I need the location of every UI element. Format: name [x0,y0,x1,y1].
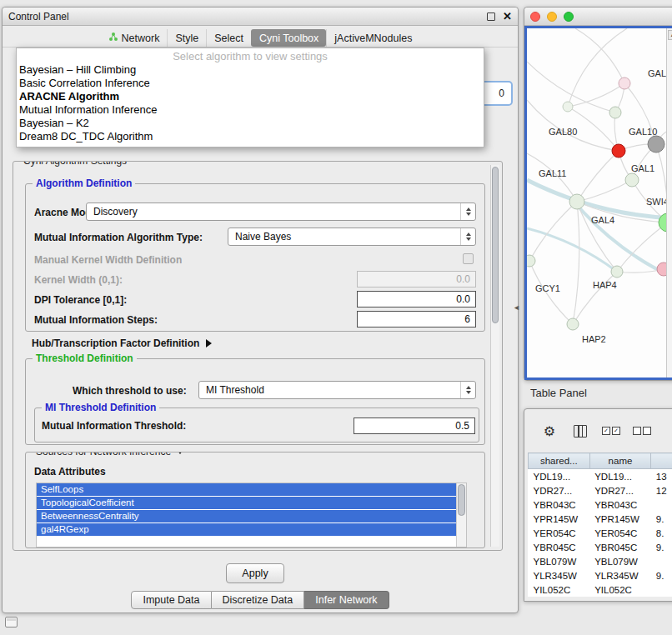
which-threshold-combo[interactable]: MI Threshold [198,381,476,399]
tab-cyni-toolbox[interactable]: Cyni Toolbox [251,29,326,47]
settings-gear-icon[interactable]: ⚙ [539,422,559,440]
network-edge[interactable] [577,151,619,202]
tab-network[interactable]: Network [101,29,168,47]
table-cell: YBR045C [529,540,590,554]
algorithm-option-aracne-algorithm[interactable]: ARACNE Algorithm [17,90,484,103]
network-node[interactable] [648,136,664,152]
network-node-label: HAP2 [582,334,606,344]
algorithm-option-basic-correlation-inference[interactable]: Basic Correlation Inference [17,77,484,90]
settings-scrollbar-track[interactable] [490,165,499,547]
table-row[interactable]: YDR27...YDR27...12 [529,483,672,498]
mi-type-combo[interactable]: Naive Bayes [228,228,476,246]
aracne-mode-value: Discovery [93,206,138,218]
network-edge[interactable] [577,180,632,202]
show-columns-icon[interactable] [570,422,590,440]
table-cell: YBL079W [589,554,651,568]
network-node[interactable] [625,173,639,187]
network-edge[interactable] [568,28,627,107]
unselect-columns-icon[interactable] [632,422,652,440]
dpi-tolerance-field[interactable]: 0.0 [357,291,476,308]
table-cell [651,554,672,568]
settings-gear-icon: ⚙ [544,423,555,439]
column-header-2[interactable] [651,453,672,469]
mi-threshold-group: MI Threshold Definition Mutual Informati… [34,408,479,442]
list-scrollbar-track[interactable] [456,483,466,547]
table-row[interactable]: YBR045CYBR045C9. [529,540,672,554]
table-cell: 9. [651,568,672,582]
table-cell: YLR345W [529,568,590,582]
tab-impute-data[interactable]: Impute Data [131,591,211,609]
table-row[interactable]: YBL079WYBL079W [529,554,672,568]
network-node[interactable] [611,266,623,278]
column-header-name[interactable]: name [589,453,651,469]
network-edge[interactable] [575,28,624,83]
table-cell: YDR27... [529,483,590,498]
settings-scrollbar-thumb[interactable] [492,167,499,323]
dock-panel-icon[interactable] [5,617,18,628]
scroll-up-arrow-icon[interactable]: ▲ [668,30,672,40]
attribute-item-selfloops[interactable]: SelfLoops [37,483,456,496]
sources-group-title[interactable]: Sources for Network Inference [33,452,188,458]
network-node[interactable] [612,144,625,158]
tab-style[interactable]: Style [167,29,206,47]
network-node[interactable] [567,318,579,330]
algorithm-option-mutual-information-inference[interactable]: Mutual Information Inference [17,103,484,117]
table-cell [651,498,672,512]
table-row[interactable]: YPR145WYPR145W9. [529,512,672,526]
network-edge[interactable] [568,83,624,107]
float-window-icon[interactable] [487,12,495,21]
network-edge[interactable] [573,202,579,324]
network-node[interactable] [609,107,621,118]
attribute-item-topologicalcoefficient[interactable]: TopologicalCoefficient [37,497,456,509]
list-scrollbar-thumb[interactable] [458,484,465,516]
network-node[interactable] [563,102,573,112]
network-graph: GALGAL80GAL10GAL11GAL1SWI4GAL4GCY1HAP4YH… [527,28,672,378]
table-cell: YDL19... [529,469,590,484]
close-window-icon[interactable]: ✕ [503,11,512,22]
network-node-label: GAL1 [631,163,654,173]
mac-zoom-button[interactable] [564,12,574,22]
algorithm-definition-group: Algorithm Definition Aracne Mode: Discov… [25,183,485,332]
table-row[interactable]: YLR345WYLR345W9. [529,568,672,582]
tab-select[interactable]: Select [206,29,251,47]
apply-button[interactable]: Apply [226,563,284,583]
network-window-titlebar[interactable] [524,8,672,26]
select-columns-icon[interactable]: ✓✓ [601,422,621,440]
tab-infer-network[interactable]: Infer Network [304,591,389,609]
mac-close-button[interactable] [530,12,540,22]
network-node[interactable] [569,194,584,209]
algorithm-option-dream8-dc-tdc-algorithm[interactable]: Dream8 DC_TDC Algorithm [17,130,484,143]
tab-label: Select [214,32,243,44]
hub-tf-definition-toggle[interactable]: Hub/Transcription Factor Definition [32,335,212,350]
sources-group: Sources for Network Inference Data Attri… [25,452,485,548]
panel-splitter-handle[interactable]: ◄ [513,303,520,312]
algorithm-option-bayesian-hill-climbing[interactable]: Bayesian – Hill Climbing [17,63,484,77]
column-header-shared[interactable]: shared... [529,453,590,469]
table-cell: 8. [651,526,672,540]
aracne-mode-combo[interactable]: Discovery [86,202,476,221]
attribute-item-gal4rgexp[interactable]: gal4RGexp [37,523,456,536]
table-row[interactable]: YDL19...YDL19...13 [529,469,672,484]
network-node-label: GAL11 [539,168,566,178]
table-row[interactable]: YER054CYER054C8. [529,526,672,540]
tab-label: jActiveMNodules [334,32,412,44]
table-row[interactable]: YBR043CYBR043C [529,498,672,512]
network-node[interactable] [527,255,535,267]
table-cell: YBL079W [529,554,590,568]
mac-minimize-button[interactable] [547,12,557,22]
threshold-definition-title: Threshold Definition [33,352,137,364]
kernel-width-label: Kernel Width (0,1): [34,274,123,286]
unselect-columns-icon [633,427,651,435]
table-row[interactable]: YIL052CYIL052C [529,582,672,597]
control-panel-titlebar[interactable]: Control Panel ✕ [3,8,518,26]
tab-discretize-data[interactable]: Discretize Data [212,591,305,609]
mi-steps-field[interactable]: 6 [357,311,476,328]
network-canvas[interactable]: GALGAL80GAL10GAL11GAL1SWI4GAL4GCY1HAP4YH… [524,26,672,380]
tab-jactivemnodules[interactable]: jActiveMNodules [326,29,419,47]
network-vscrollbar[interactable]: ▲ [666,28,672,378]
mi-threshold-field[interactable]: 0.5 [354,418,475,434]
algorithm-option-bayesian-k2[interactable]: Bayesian – K2 [17,117,484,130]
table-cell: YLR345W [589,568,651,582]
attribute-item-betweennesscentrality[interactable]: BetweennessCentrality [37,510,456,522]
network-node[interactable] [619,78,630,89]
